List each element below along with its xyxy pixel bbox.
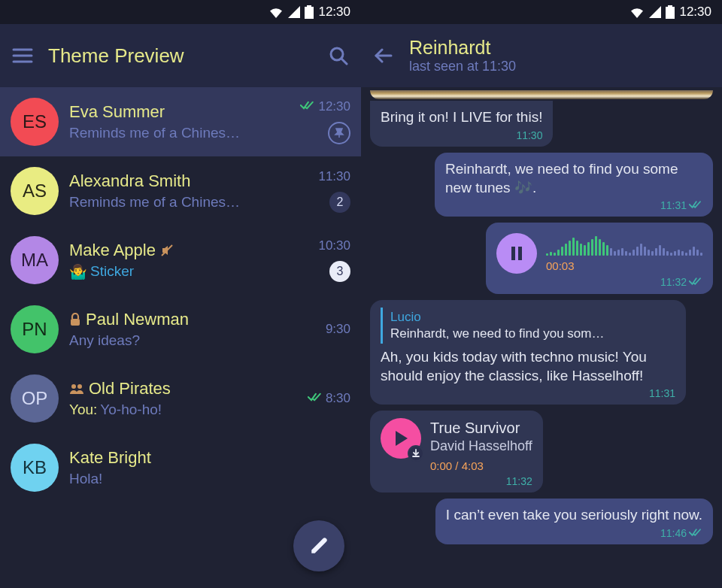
message-time: 11:46 (446, 526, 702, 540)
voice-duration: 00:03 (546, 259, 702, 274)
wifi-icon (629, 6, 645, 18)
chat-preview: Reminds me of a Chines… (69, 125, 290, 141)
svg-line-6 (341, 59, 347, 64)
svg-rect-12 (668, 5, 672, 7)
chat-preview: You: Yo-ho-ho! (69, 402, 297, 418)
signal-icon (288, 6, 300, 18)
avatar: PN (11, 305, 59, 353)
message-out[interactable]: I can’t even take you seriously right no… (435, 499, 713, 544)
chat-item[interactable]: OP Old Pirates You: Yo-ho-ho! 8:30 (0, 364, 361, 433)
chat-header: Reinhardt last seen at 11:30 (361, 24, 722, 87)
chat-list-pane: 12:30 Theme Preview ES Eva Summer Remind… (0, 0, 361, 588)
message-text: Ah, you kids today with techno music! Yo… (381, 348, 675, 385)
waveform[interactable] (546, 235, 702, 256)
avatar: OP (11, 374, 59, 423)
avatar: ES (11, 98, 59, 146)
unread-badge: 2 (329, 192, 350, 213)
battery-icon (305, 5, 314, 19)
conversation-pane: 12:30 Reinhardt last seen at 11:30 Bring… (361, 0, 722, 588)
message-audio[interactable]: True Survivor David Hasselhoff 0:00 / 4:… (370, 411, 543, 493)
message-text: Reinhardt, we need to find you some new … (445, 160, 702, 197)
chat-name: Alexandra Smith (69, 171, 190, 191)
message-out[interactable]: Reinhardt, we need to find you some new … (435, 153, 713, 217)
chat-item[interactable]: MA Make Apple 🤷‍♂️ Sticker 10:30 3 (0, 226, 361, 295)
unread-badge: 3 (329, 261, 350, 282)
chat-preview: 🤷‍♂️ Sticker (69, 263, 308, 280)
double-check-icon (689, 199, 702, 212)
play-button[interactable] (381, 418, 421, 459)
chat-time: 12:30 (300, 99, 350, 114)
double-check-icon (689, 526, 702, 540)
message-time: 11:32 (381, 474, 532, 488)
lock-icon (69, 313, 81, 326)
message-in[interactable]: Lucio Reinhardt, we need to find you som… (370, 300, 686, 405)
chat-preview: Reminds me of a Chines… (69, 194, 308, 211)
chat-list: ES Eva Summer Reminds me of a Chines… 12… (0, 87, 361, 588)
chat-name: Eva Summer (69, 102, 165, 122)
chat-time: 8:30 (308, 391, 350, 406)
wifi-icon (268, 6, 284, 18)
signal-icon (649, 6, 661, 18)
chat-name: Kate Bright (69, 448, 151, 468)
track-duration: 0:00 / 4:03 (430, 459, 532, 474)
image-attachment[interactable] (370, 90, 713, 99)
compose-button[interactable] (293, 520, 344, 571)
reply-preview[interactable]: Lucio Reinhardt, we need to find you som… (381, 308, 675, 344)
status-time: 12:30 (679, 5, 711, 20)
svg-rect-14 (511, 247, 515, 260)
chat-time: 9:30 (326, 322, 350, 337)
chat-name: Make Apple (69, 241, 156, 260)
track-title: True Survivor (430, 418, 532, 438)
pause-button[interactable] (496, 233, 537, 274)
svg-rect-15 (518, 247, 522, 260)
message-time: 11:30 (381, 129, 542, 142)
play-icon (393, 429, 409, 447)
svg-rect-1 (307, 5, 311, 7)
chat-item[interactable]: KB Kate Bright Hola! (0, 433, 361, 502)
svg-rect-8 (71, 319, 80, 326)
svg-rect-11 (666, 7, 675, 19)
chat-preview: Hola! (69, 471, 340, 487)
menu-button[interactable] (11, 44, 35, 68)
pause-icon (510, 245, 523, 262)
search-button[interactable] (326, 44, 350, 68)
conversation-subtitle: last seen at 11:30 (409, 59, 711, 74)
status-bar: 12:30 (361, 0, 722, 24)
status-time: 12:30 (318, 5, 350, 20)
page-title: Theme Preview (48, 44, 313, 68)
svg-point-9 (71, 384, 76, 389)
muted-icon (160, 244, 174, 257)
group-icon (69, 383, 84, 395)
conversation-title: Reinhardt (409, 37, 711, 59)
battery-icon (666, 5, 675, 19)
app-bar: Theme Preview (0, 24, 361, 87)
message-voice[interactable]: 00:03 11:32 (486, 223, 713, 293)
chat-name: Old Pirates (89, 379, 171, 399)
pencil-icon (309, 536, 329, 556)
chat-name: Paul Newman (86, 310, 189, 329)
message-list: Bring it on! I LIVE for this! 11:30 Rein… (361, 87, 722, 588)
svg-point-10 (77, 384, 82, 389)
svg-rect-0 (305, 7, 314, 19)
message-text: Bring it on! I LIVE for this! (381, 108, 542, 127)
status-bar: 12:30 (0, 0, 361, 24)
chat-item[interactable]: PN Paul Newman Any ideas? 9:30 (0, 295, 361, 364)
chat-time: 10:30 (318, 238, 350, 253)
double-check-icon (300, 99, 315, 114)
message-text: I can’t even take you seriously right no… (446, 506, 702, 525)
chat-preview: Any ideas? (69, 332, 315, 349)
avatar: AS (11, 167, 59, 215)
chat-item[interactable]: ES Eva Summer Reminds me of a Chines… 12… (0, 87, 361, 156)
avatar: KB (11, 444, 59, 492)
track-artist: David Hasselhoff (430, 438, 532, 455)
message-time: 11:32 (496, 275, 702, 289)
message-time: 11:31 (445, 199, 702, 212)
back-button[interactable] (372, 44, 396, 68)
download-icon[interactable] (408, 445, 424, 462)
double-check-icon (308, 391, 323, 406)
chat-item[interactable]: AS Alexandra Smith Reminds me of a Chine… (0, 156, 361, 226)
avatar: MA (11, 236, 59, 284)
pinned-icon (328, 122, 350, 144)
chat-time: 11:30 (318, 169, 350, 184)
message-in[interactable]: Bring it on! I LIVE for this! 11:30 (370, 101, 553, 147)
